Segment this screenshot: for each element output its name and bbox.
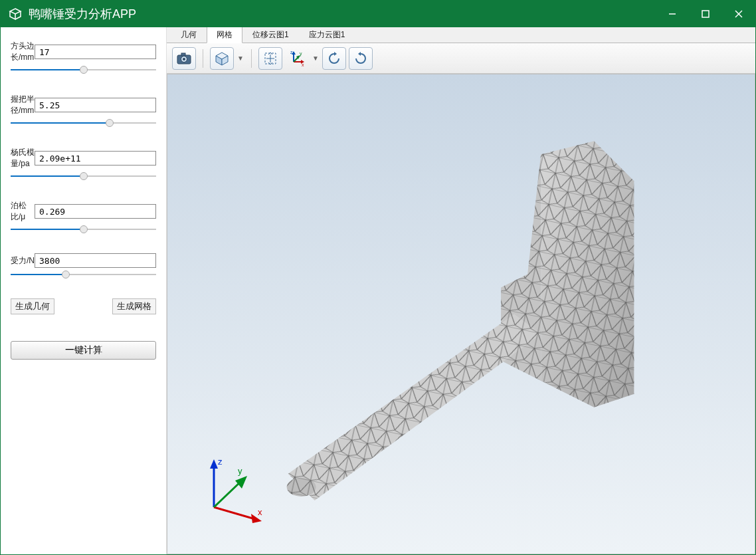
axes-icon: z y x [288, 50, 306, 67]
svg-point-33 [287, 478, 316, 497]
svg-rect-6 [181, 53, 185, 56]
svg-text:x: x [302, 62, 304, 67]
param-label: 握把半径/mm [11, 94, 35, 116]
youngs-modulus-input[interactable] [35, 151, 156, 166]
param-force: 受力/N [11, 253, 156, 280]
svg-marker-39 [235, 476, 247, 489]
svg-marker-25 [358, 52, 361, 56]
app-icon [7, 6, 23, 22]
svg-marker-27 [541, 141, 634, 407]
tab-mesh[interactable]: 网格 [207, 27, 242, 43]
toolbar-separator [251, 49, 252, 68]
svg-marker-0 [10, 9, 21, 14]
viewport-toolbar: ▼ z y [167, 43, 755, 74]
param-label: 方头边长/mm [11, 41, 35, 63]
app-window: 鸭嘴锤受力分析APP 方头边长/mm 握把半 [0, 0, 756, 555]
head-length-slider[interactable] [11, 64, 156, 75]
param-label: 泊松比/μ [11, 200, 35, 223]
head-length-input[interactable] [35, 45, 156, 59]
param-poisson-ratio: 泊松比/μ [11, 200, 156, 235]
fit-icon [263, 51, 278, 66]
zoom-extents-button[interactable] [258, 47, 282, 70]
rotate-cw-icon [353, 51, 368, 66]
axes-toggle-button[interactable]: z y x [285, 47, 309, 70]
svg-line-38 [214, 481, 242, 507]
app-title: 鸭嘴锤受力分析APP [29, 6, 656, 22]
camera-icon [177, 53, 191, 64]
view-tabs: 几何 网格 位移云图1 应力云图1 [167, 27, 755, 43]
param-grip-radius: 握把半径/mm [11, 94, 156, 128]
toolbar-separator [203, 49, 203, 68]
tab-geometry[interactable]: 几何 [171, 27, 207, 43]
parameter-sidebar: 方头边长/mm 握把半径/mm 杨氏模量/pa [1, 27, 167, 554]
youngs-modulus-slider[interactable] [11, 171, 156, 181]
generate-mesh-button[interactable]: 生成网格 [112, 298, 156, 314]
grip-radius-slider[interactable] [11, 118, 156, 128]
svg-rect-2 [702, 11, 709, 17]
tab-stress[interactable]: 应力云图1 [299, 27, 355, 43]
maximize-button[interactable] [689, 1, 722, 27]
svg-marker-35 [210, 459, 218, 469]
poisson-ratio-input[interactable] [35, 204, 156, 219]
poisson-ratio-slider[interactable] [11, 224, 156, 235]
svg-marker-24 [334, 52, 337, 56]
axis-z-label: z [218, 457, 223, 467]
grip-radius-input[interactable] [35, 98, 156, 112]
cube-icon [214, 51, 230, 66]
snapshot-button[interactable] [172, 47, 196, 70]
compute-button[interactable]: 一键计算 [11, 341, 156, 360]
rotate-ccw-icon [327, 51, 341, 66]
svg-text:y: y [300, 51, 302, 56]
orientation-triad: z x y [194, 454, 267, 527]
minimize-button[interactable] [656, 1, 689, 27]
view-orientation-dropdown[interactable]: ▼ [236, 55, 244, 62]
axes-dropdown[interactable]: ▼ [312, 55, 320, 62]
param-label: 杨氏模量/pa [11, 147, 35, 169]
close-button[interactable] [722, 1, 755, 27]
rotate-ccw-button[interactable] [322, 47, 346, 70]
generate-geometry-button[interactable]: 生成几何 [11, 298, 54, 314]
param-head-length: 方头边长/mm [11, 41, 156, 75]
axis-x-label: x [258, 507, 262, 517]
svg-text:z: z [290, 50, 293, 55]
titlebar: 鸭嘴锤受力分析APP [1, 1, 755, 27]
force-slider[interactable] [11, 269, 156, 280]
svg-line-36 [214, 507, 255, 519]
param-label: 受力/N [11, 255, 35, 267]
param-youngs-modulus: 杨氏模量/pa [11, 147, 156, 181]
view-orientation-button[interactable] [210, 47, 234, 70]
mesh-viewport[interactable]: z x y [167, 74, 755, 554]
force-input[interactable] [35, 253, 156, 268]
axis-y-label: y [238, 466, 242, 476]
main-area: 几何 网格 位移云图1 应力云图1 [167, 27, 755, 554]
tab-displacement[interactable]: 位移云图1 [242, 27, 299, 43]
svg-marker-31 [288, 314, 541, 500]
rotate-cw-button[interactable] [349, 47, 373, 70]
svg-point-8 [183, 58, 185, 60]
